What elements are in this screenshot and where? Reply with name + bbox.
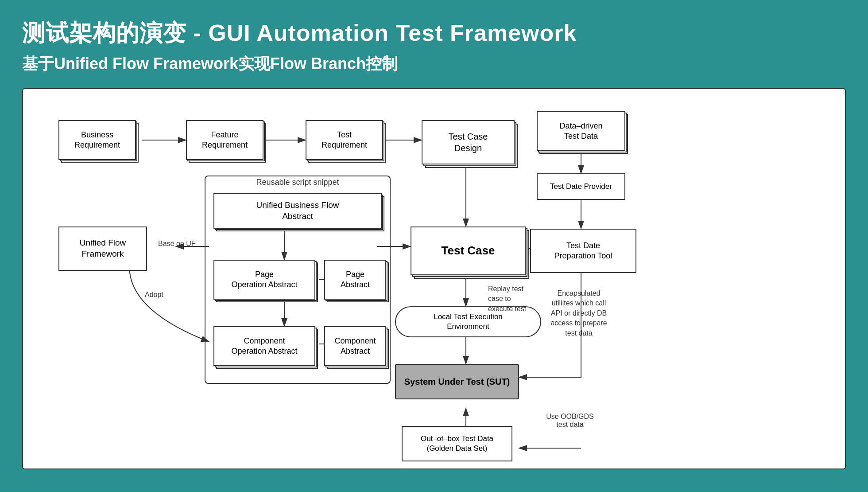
page-op-stack: PageOperation Abstract [213,260,315,300]
adopt-label: Adopt [145,291,163,299]
use-oob-label: Use OOB/GDStest data [530,413,610,429]
business-req-stack: BusinessRequirement [58,120,136,160]
main-title: 测试架构的演变 - GUI Automation Test Framework [22,18,846,49]
component-abstract-stack: ComponentAbstract [324,326,386,366]
page-op-box: PageOperation Abstract [213,260,315,300]
reusable-label: Reusable script snippet [213,178,382,187]
test-req-box: TestRequirement [306,120,383,160]
test-req-stack: TestRequirement [306,120,383,160]
test-case-design-stack: Test CaseDesign [422,120,515,164]
feature-req-box: FeatureRequirement [186,120,264,160]
test-case-design-box: Test CaseDesign [422,120,515,164]
out-of-box-box: Out–of–box Test Data(Golden Data Set) [402,426,512,461]
test-date-provider-box: Test Date Provider [537,173,625,200]
test-case-box: Test Case [411,226,526,275]
component-op-box: ComponentOperation Abstract [213,326,315,366]
component-abstract-box: ComponentAbstract [324,326,386,366]
page-abstract-stack: PageAbstract [324,260,386,300]
page-abstract-box: PageAbstract [324,260,386,300]
sub-title: 基于Unified Flow Framework实现Flow Branch控制 [22,53,846,75]
data-driven-stack: Data–drivenTest Data [537,111,625,151]
component-op-stack: ComponentOperation Abstract [213,326,315,366]
unified-flow-framework-box: Unified FlowFramework [58,226,147,271]
unified-business-flow-box: Unified Business FlowAbstract [213,193,382,229]
encapsulated-label: Encapsulatedutiliites which callAPI or d… [530,289,628,338]
unified-business-flow-stack: Unified Business FlowAbstract [213,193,382,229]
sut-box: System Under Test (SUT) [395,364,519,399]
test-date-prep-box: Test DatePreparation Tool [530,229,636,273]
diagram: BusinessRequirement FeatureRequirement T… [22,88,846,469]
feature-req-stack: FeatureRequirement [186,120,264,160]
base-on-uf-label: Base on UF [158,240,195,248]
data-driven-box: Data–drivenTest Data [537,111,625,151]
business-req-box: BusinessRequirement [58,120,136,160]
test-case-stack: Test Case [411,226,526,275]
